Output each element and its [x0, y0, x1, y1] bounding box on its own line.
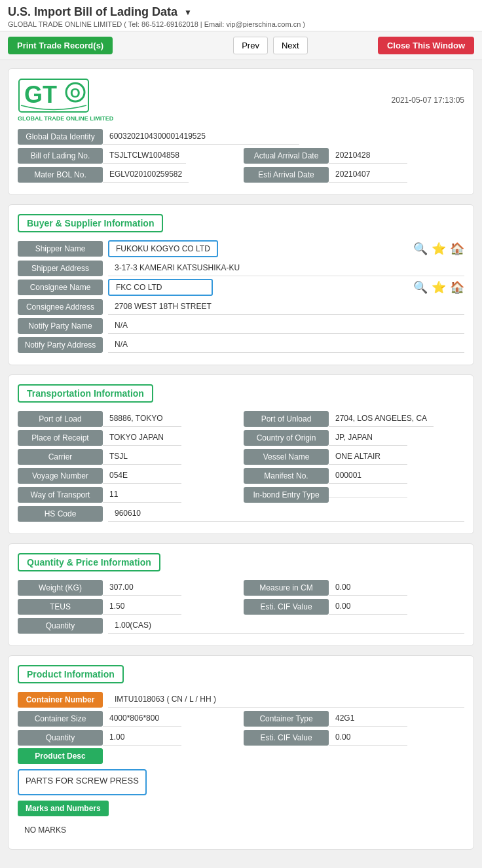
shipper-name-row: Shipper Name FUKOKU KOGYO CO LTD 🔍 ⭐ 🏠 [18, 240, 464, 257]
vessel-name-value: ONE ALTAIR [329, 448, 407, 465]
place-of-receipt-label: Place of Receipt [18, 430, 103, 446]
shipper-star-icon[interactable]: ⭐ [432, 242, 446, 256]
logo-box: G T O GLOBAL TRADE ONLINE LIMITED [18, 78, 113, 122]
country-of-origin-label: Country of Origin [244, 430, 329, 446]
esti-arrival-value: 20210407 [329, 166, 407, 183]
master-bol-row: Mater BOL No. EGLV020100259582 Esti Arri… [18, 166, 464, 183]
marks-value: NO MARKS [18, 820, 464, 840]
product-desc-value: PARTS FOR SCREW PRESS [18, 769, 147, 795]
product-desc-section: Product Desc PARTS FOR SCREW PRESS [18, 748, 464, 795]
shipper-search-icon[interactable]: 🔍 [413, 242, 428, 256]
logo-svg: G T O [18, 78, 90, 114]
container-number-button[interactable]: Container Number [18, 692, 103, 708]
buyer-supplier-section-header: Buyer & Supplier Information [18, 214, 163, 232]
consignee-name-value: FKC CO LTD [108, 279, 213, 296]
esti-arrival-label: Esti Arrival Date [244, 167, 329, 183]
shipper-name-value: FUKOKU KOGYO CO LTD [108, 240, 218, 257]
close-button[interactable]: Close This Window [378, 37, 474, 54]
port-of-load-value: 58886, TOKYO [103, 410, 181, 427]
product-quantity-cif-row: Quantity 1.00 Esti. CIF Value 0.00 [18, 729, 464, 746]
quantity-label: Quantity [18, 618, 103, 634]
esti-cif-label: Esti. CIF Value [244, 599, 329, 615]
toolbar: Print Trade Record(s) Prev Next Close Th… [0, 31, 482, 60]
notify-party-name-row: Notify Party Name N/A [18, 317, 464, 334]
place-of-receipt-cell: Place of Receipt TOKYO JAPAN [18, 429, 238, 446]
shipper-name-label: Shipper Name [18, 241, 103, 257]
port-of-unload-label: Port of Unload [244, 411, 329, 427]
master-bol-cell: Mater BOL No. EGLV020100259582 [18, 166, 238, 183]
page-subtitle: GLOBAL TRADE ONLINE LIMITED ( Tel: 86-51… [8, 20, 474, 28]
manifest-no-cell: Manifest No. 000001 [244, 467, 464, 484]
main-content: G T O GLOBAL TRADE ONLINE LIMITED 2021-0… [0, 60, 482, 867]
svg-text:O: O [70, 86, 81, 100]
way-transport-cell: Way of Transport 11 [18, 486, 238, 503]
port-of-load-cell: Port of Load 58886, TOKYO [18, 410, 238, 427]
transportation-card: Transportation Information Port of Load … [8, 374, 474, 534]
country-of-origin-value: JP, JAPAN [329, 429, 407, 446]
quantity-row: Quantity 1.00(CAS) [18, 617, 464, 634]
inbond-entry-label: In-bond Entry Type [244, 487, 329, 503]
page-header: U.S. Import Bill of Lading Data ▼ GLOBAL… [0, 0, 482, 31]
product-desc-button[interactable]: Product Desc [18, 748, 103, 764]
weight-value: 307.00 [103, 579, 181, 596]
teus-cif-row: TEUS 1.50 Esti. CIF Value 0.00 [18, 598, 464, 615]
global-data-identity-cell: Global Data Identity 6003202104300001419… [18, 128, 299, 145]
way-transport-value: 11 [103, 486, 181, 503]
container-type-cell: Container Type 42G1 [244, 710, 464, 727]
teus-cell: TEUS 1.50 [18, 598, 238, 615]
container-size-cell: Container Size 4000*806*800 [18, 710, 238, 727]
hs-code-value: 960610 [108, 505, 464, 522]
teus-value: 1.50 [103, 598, 181, 615]
product-desc-label-row: Product Desc [18, 748, 464, 764]
container-size-type-row: Container Size 4000*806*800 Container Ty… [18, 710, 464, 727]
identity-card: G T O GLOBAL TRADE ONLINE LIMITED 2021-0… [8, 68, 474, 195]
consignee-address-value: 2708 WEST 18TH STREET [108, 298, 464, 315]
svg-text:G: G [24, 81, 43, 108]
transportation-section-header: Transportation Information [18, 384, 153, 403]
marks-button[interactable]: Marks and Numbers [18, 801, 109, 816]
measure-cell: Measure in CM 0.00 [244, 579, 464, 596]
consignee-icons: 🔍 ⭐ 🏠 [413, 280, 464, 295]
consignee-address-label: Consignee Address [18, 299, 103, 315]
shipper-home-icon[interactable]: 🏠 [450, 242, 464, 256]
product-quantity-label: Quantity [18, 730, 103, 746]
weight-cell: Weight (KG) 307.00 [18, 579, 238, 596]
print-button[interactable]: Print Trade Record(s) [8, 37, 113, 54]
hs-code-label: HS Code [18, 506, 103, 522]
quantity-price-section-header: Quantity & Price Information [18, 553, 160, 571]
shipper-address-label: Shipper Address [18, 261, 103, 276]
consignee-home-icon[interactable]: 🏠 [450, 280, 464, 295]
hs-code-row: HS Code 960610 [18, 505, 464, 522]
next-button[interactable]: Next [273, 37, 308, 54]
carrier-cell: Carrier TSJL [18, 448, 238, 465]
timestamp: 2021-05-07 17:13:05 [392, 96, 464, 105]
actual-arrival-label: Actual Arrival Date [244, 148, 329, 164]
carrier-value: TSJL [103, 448, 181, 465]
container-size-value: 4000*806*800 [103, 710, 181, 727]
consignee-search-icon[interactable]: 🔍 [413, 280, 428, 295]
manifest-no-label: Manifest No. [244, 468, 329, 484]
bol-arrival-row: Bill of Lading No. TSJLTCLW1004858 Actua… [18, 147, 464, 164]
actual-arrival-cell: Actual Arrival Date 20210428 [244, 147, 464, 164]
way-inbond-row: Way of Transport 11 In-bond Entry Type [18, 486, 464, 503]
port-row: Port of Load 58886, TOKYO Port of Unload… [18, 410, 464, 427]
voyage-manifest-row: Voyage Number 054E Manifest No. 000001 [18, 467, 464, 484]
product-quantity-value: 1.00 [103, 729, 181, 746]
product-esti-cif-cell: Esti. CIF Value 0.00 [244, 729, 464, 746]
weight-label: Weight (KG) [18, 580, 103, 596]
port-of-load-label: Port of Load [18, 411, 103, 427]
voyage-number-label: Voyage Number [18, 468, 103, 484]
consignee-name-row: Consignee Name FKC CO LTD 🔍 ⭐ 🏠 [18, 279, 464, 296]
consignee-star-icon[interactable]: ⭐ [432, 280, 446, 295]
place-of-receipt-value: TOKYO JAPAN [103, 429, 181, 446]
nav-group: Prev Next [231, 37, 307, 54]
esti-arrival-cell: Esti Arrival Date 20210407 [244, 166, 464, 183]
product-esti-cif-label: Esti. CIF Value [244, 730, 329, 746]
notify-party-name-value: N/A [108, 317, 464, 334]
notify-party-address-label: Notify Party Address [18, 337, 103, 353]
port-of-unload-cell: Port of Unload 2704, LOS ANGELES, CA [244, 410, 464, 427]
prev-button[interactable]: Prev [233, 37, 268, 54]
logo-row: G T O GLOBAL TRADE ONLINE LIMITED 2021-0… [18, 78, 464, 122]
country-of-origin-cell: Country of Origin JP, JAPAN [244, 429, 464, 446]
vessel-name-cell: Vessel Name ONE ALTAIR [244, 448, 464, 465]
